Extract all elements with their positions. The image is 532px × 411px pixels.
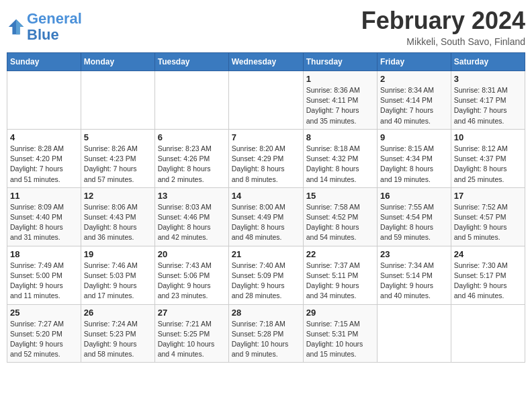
day-number: 21 <box>232 249 300 259</box>
day-number: 23 <box>380 249 448 259</box>
day-info: Sunrise: 8:00 AM Sunset: 4:49 PM Dayligh… <box>232 202 300 243</box>
day-info: Sunrise: 7:18 AM Sunset: 5:28 PM Dayligh… <box>232 319 300 360</box>
day-number: 20 <box>158 249 226 259</box>
day-number: 22 <box>306 249 374 259</box>
day-info: Sunrise: 7:55 AM Sunset: 4:54 PM Dayligh… <box>380 202 448 243</box>
day-cell: 12Sunrise: 8:06 AM Sunset: 4:43 PM Dayli… <box>81 187 154 246</box>
day-info: Sunrise: 8:26 AM Sunset: 4:23 PM Dayligh… <box>84 144 152 185</box>
day-number: 25 <box>10 308 78 318</box>
day-number: 16 <box>380 191 448 201</box>
week-row-4: 25Sunrise: 7:27 AM Sunset: 5:20 PM Dayli… <box>7 304 525 363</box>
header-thursday: Thursday <box>303 53 377 71</box>
logo-icon <box>7 17 26 36</box>
day-number: 12 <box>84 191 152 201</box>
day-cell: 29Sunrise: 7:15 AM Sunset: 5:31 PM Dayli… <box>303 304 377 363</box>
day-info: Sunrise: 8:03 AM Sunset: 4:46 PM Dayligh… <box>158 202 226 243</box>
day-number: 11 <box>10 191 78 201</box>
header-wednesday: Wednesday <box>228 53 303 71</box>
day-cell: 6Sunrise: 8:23 AM Sunset: 4:26 PM Daylig… <box>154 129 228 187</box>
day-number: 14 <box>232 191 300 201</box>
month-title: February 2024 <box>361 7 525 35</box>
day-cell: 24Sunrise: 7:30 AM Sunset: 5:17 PM Dayli… <box>451 246 525 304</box>
day-number: 2 <box>380 74 448 84</box>
logo-line1: General <box>27 10 82 27</box>
day-number: 18 <box>10 249 78 259</box>
day-number: 13 <box>158 191 226 201</box>
day-cell <box>154 71 228 130</box>
day-cell: 21Sunrise: 7:40 AM Sunset: 5:09 PM Dayli… <box>228 246 303 304</box>
header-saturday: Saturday <box>451 53 525 71</box>
day-info: Sunrise: 8:12 AM Sunset: 4:37 PM Dayligh… <box>454 144 522 185</box>
day-number: 19 <box>84 249 152 259</box>
day-info: Sunrise: 7:46 AM Sunset: 5:03 PM Dayligh… <box>84 261 152 302</box>
day-info: Sunrise: 8:28 AM Sunset: 4:20 PM Dayligh… <box>10 144 78 185</box>
day-info: Sunrise: 7:43 AM Sunset: 5:06 PM Dayligh… <box>158 261 226 302</box>
week-row-1: 4Sunrise: 8:28 AM Sunset: 4:20 PM Daylig… <box>7 129 525 187</box>
day-cell: 19Sunrise: 7:46 AM Sunset: 5:03 PM Dayli… <box>81 246 154 304</box>
day-cell: 13Sunrise: 8:03 AM Sunset: 4:46 PM Dayli… <box>154 187 228 246</box>
day-number: 29 <box>306 308 374 318</box>
calendar-table: SundayMondayTuesdayWednesdayThursdayFrid… <box>7 52 525 363</box>
day-cell: 10Sunrise: 8:12 AM Sunset: 4:37 PM Dayli… <box>451 129 525 187</box>
day-cell: 22Sunrise: 7:37 AM Sunset: 5:11 PM Dayli… <box>303 246 377 304</box>
day-cell: 17Sunrise: 7:52 AM Sunset: 4:57 PM Dayli… <box>451 187 525 246</box>
day-cell: 11Sunrise: 8:09 AM Sunset: 4:40 PM Dayli… <box>7 187 81 246</box>
day-cell: 25Sunrise: 7:27 AM Sunset: 5:20 PM Dayli… <box>7 304 81 363</box>
day-number: 15 <box>306 191 374 201</box>
day-info: Sunrise: 8:06 AM Sunset: 4:43 PM Dayligh… <box>84 202 152 243</box>
week-row-2: 11Sunrise: 8:09 AM Sunset: 4:40 PM Dayli… <box>7 187 525 246</box>
day-info: Sunrise: 7:34 AM Sunset: 5:14 PM Dayligh… <box>380 261 448 302</box>
day-number: 9 <box>380 132 448 142</box>
day-info: Sunrise: 8:34 AM Sunset: 4:14 PM Dayligh… <box>380 85 448 126</box>
day-number: 3 <box>454 74 522 84</box>
day-cell: 14Sunrise: 8:00 AM Sunset: 4:49 PM Dayli… <box>228 187 303 246</box>
day-number: 27 <box>158 308 226 318</box>
day-cell <box>451 304 525 363</box>
day-info: Sunrise: 8:36 AM Sunset: 4:11 PM Dayligh… <box>306 85 374 126</box>
header-monday: Monday <box>81 53 154 71</box>
day-cell: 15Sunrise: 7:58 AM Sunset: 4:52 PM Dayli… <box>303 187 377 246</box>
day-number: 26 <box>84 308 152 318</box>
day-number: 6 <box>158 132 226 142</box>
header-tuesday: Tuesday <box>154 53 228 71</box>
day-info: Sunrise: 7:21 AM Sunset: 5:25 PM Dayligh… <box>158 319 226 360</box>
header-friday: Friday <box>378 53 451 71</box>
day-number: 24 <box>454 249 522 259</box>
day-number: 4 <box>10 132 78 142</box>
day-cell: 1Sunrise: 8:36 AM Sunset: 4:11 PM Daylig… <box>303 71 377 130</box>
day-cell <box>378 304 451 363</box>
day-cell <box>228 71 303 130</box>
header-sunday: Sunday <box>7 53 81 71</box>
day-info: Sunrise: 7:52 AM Sunset: 4:57 PM Dayligh… <box>454 202 522 243</box>
location-title: Mikkeli, South Savo, Finland <box>361 36 525 47</box>
day-number: 28 <box>232 308 300 318</box>
day-info: Sunrise: 8:31 AM Sunset: 4:17 PM Dayligh… <box>454 85 522 126</box>
day-info: Sunrise: 8:09 AM Sunset: 4:40 PM Dayligh… <box>10 202 78 243</box>
day-cell: 16Sunrise: 7:55 AM Sunset: 4:54 PM Dayli… <box>378 187 451 246</box>
day-number: 8 <box>306 132 374 142</box>
title-area: February 2024 Mikkeli, South Savo, Finla… <box>361 7 525 47</box>
day-cell: 5Sunrise: 8:26 AM Sunset: 4:23 PM Daylig… <box>81 129 154 187</box>
day-info: Sunrise: 7:37 AM Sunset: 5:11 PM Dayligh… <box>306 261 374 302</box>
day-number: 5 <box>84 132 152 142</box>
day-info: Sunrise: 7:24 AM Sunset: 5:23 PM Dayligh… <box>84 319 152 360</box>
day-cell: 4Sunrise: 8:28 AM Sunset: 4:20 PM Daylig… <box>7 129 81 187</box>
day-info: Sunrise: 8:15 AM Sunset: 4:34 PM Dayligh… <box>380 144 448 185</box>
day-number: 7 <box>232 132 300 142</box>
logo-text: General Blue <box>27 11 82 43</box>
day-cell: 26Sunrise: 7:24 AM Sunset: 5:23 PM Dayli… <box>81 304 154 363</box>
header: General Blue February 2024 Mikkeli, Sout… <box>7 7 525 47</box>
logo: General Blue <box>7 11 82 43</box>
day-cell <box>7 71 81 130</box>
day-cell: 3Sunrise: 8:31 AM Sunset: 4:17 PM Daylig… <box>451 71 525 130</box>
day-info: Sunrise: 8:20 AM Sunset: 4:29 PM Dayligh… <box>232 144 300 185</box>
day-number: 17 <box>454 191 522 201</box>
day-info: Sunrise: 7:30 AM Sunset: 5:17 PM Dayligh… <box>454 261 522 302</box>
day-number: 1 <box>306 74 374 84</box>
day-cell <box>81 71 154 130</box>
day-cell: 7Sunrise: 8:20 AM Sunset: 4:29 PM Daylig… <box>228 129 303 187</box>
day-cell: 2Sunrise: 8:34 AM Sunset: 4:14 PM Daylig… <box>378 71 451 130</box>
day-cell: 28Sunrise: 7:18 AM Sunset: 5:28 PM Dayli… <box>228 304 303 363</box>
day-cell: 9Sunrise: 8:15 AM Sunset: 4:34 PM Daylig… <box>378 129 451 187</box>
week-row-0: 1Sunrise: 8:36 AM Sunset: 4:11 PM Daylig… <box>7 71 525 130</box>
